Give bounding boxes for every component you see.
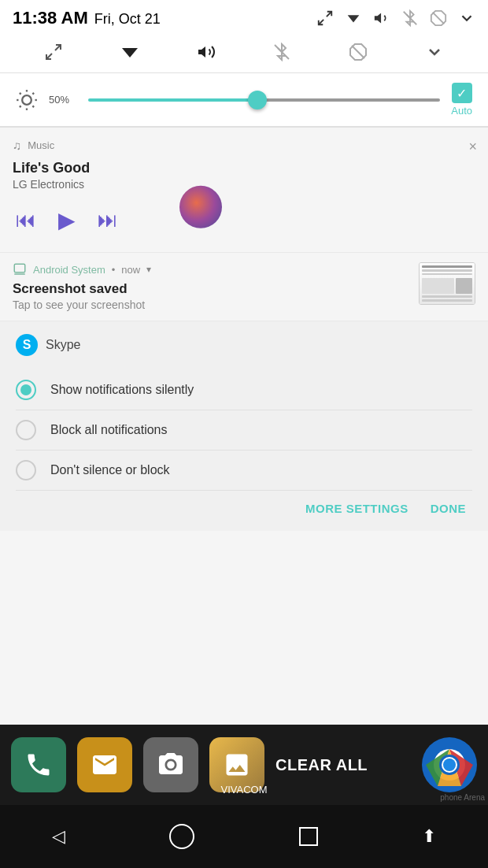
- svg-line-11: [352, 46, 364, 58]
- block-icon: [430, 9, 447, 27]
- camera-app-icon[interactable]: [143, 737, 198, 792]
- brightness-slider[interactable]: [88, 92, 440, 108]
- wifi-qs-icon[interactable]: [120, 43, 139, 61]
- skype-header: S Skype: [16, 334, 472, 356]
- music-controls: ⏮ ▶ ⏭: [13, 198, 475, 241]
- auto-button[interactable]: ✓ Auto: [451, 83, 472, 117]
- skype-notification-panel: S Skype Show notifications silently Bloc…: [0, 321, 488, 531]
- radio-show-silently[interactable]: [16, 380, 36, 400]
- android-system-icon: [13, 262, 27, 276]
- wifi-icon: [345, 9, 362, 27]
- svg-marker-8: [122, 48, 138, 57]
- screenshot-thumbnail: [419, 262, 475, 305]
- quick-settings-row: [0, 33, 488, 73]
- share-button[interactable]: ⬆: [422, 826, 436, 847]
- screenshot-title: Screenshot saved: [13, 281, 419, 297]
- svg-point-12: [22, 95, 31, 105]
- option-dont-silence[interactable]: Don't silence or block: [16, 451, 472, 491]
- option-dont-silence-label: Don't silence or block: [50, 463, 170, 477]
- brightness-icon: [16, 89, 38, 111]
- screenshot-dot: •: [112, 264, 116, 276]
- clear-all-label[interactable]: CLEAR ALL: [275, 756, 411, 774]
- svg-line-5: [433, 13, 445, 24]
- status-date: Fri, Oct 21: [94, 11, 161, 28]
- volume-icon: [373, 9, 390, 27]
- radio-block-all[interactable]: [16, 420, 36, 440]
- status-icons: [316, 9, 475, 27]
- svg-line-15: [20, 92, 21, 94]
- status-time: 11:38 AM: [13, 8, 88, 28]
- back-button[interactable]: ◁: [52, 826, 65, 847]
- status-bar: 11:38 AM Fri, Oct 21: [0, 0, 488, 33]
- screenshot-content: Android System • now ▾ Screenshot saved …: [13, 262, 419, 311]
- auto-label: Auto: [451, 105, 472, 117]
- svg-line-6: [55, 45, 61, 50]
- nav-bar: ◁ ⬆: [0, 805, 488, 868]
- music-notification: ♫ Music × Life's Good LG Electronics ⏮ ▶…: [0, 128, 488, 253]
- svg-line-19: [20, 106, 21, 107]
- home-button[interactable]: [169, 824, 194, 849]
- music-close-button[interactable]: ×: [468, 139, 477, 155]
- next-track-button[interactable]: ⏭: [98, 208, 118, 232]
- option-show-silently[interactable]: Show notifications silently: [16, 370, 472, 410]
- screenshot-notification[interactable]: Android System • now ▾ Screenshot saved …: [0, 253, 488, 321]
- skype-actions: MORE SETTINGS DONE: [16, 491, 472, 518]
- prev-track-button[interactable]: ⏮: [16, 208, 36, 232]
- music-app-name: Music: [28, 139, 54, 151]
- expand-icon: [316, 9, 334, 27]
- more-settings-button[interactable]: MORE SETTINGS: [305, 502, 409, 515]
- svg-line-20: [32, 92, 34, 94]
- expand-qs-icon[interactable]: [44, 43, 63, 61]
- screenshot-body: Tap to see your screenshot: [13, 299, 419, 311]
- notif-music-header: ♫ Music: [13, 139, 475, 152]
- done-button[interactable]: DONE: [431, 502, 466, 515]
- skype-logo-icon: S: [16, 334, 38, 356]
- screenshot-time: now: [121, 264, 140, 276]
- watermark: phone Arena: [440, 793, 485, 802]
- screenshot-header: Android System • now ▾: [13, 262, 419, 276]
- svg-line-0: [327, 12, 331, 17]
- volume-qs-icon[interactable]: [197, 43, 216, 61]
- svg-marker-2: [348, 15, 360, 22]
- more-qs-icon[interactable]: [425, 43, 444, 61]
- brightness-value: 50%: [49, 94, 77, 106]
- auto-checkbox[interactable]: ✓: [452, 83, 472, 103]
- screenshot-app-name: Android System: [33, 264, 105, 276]
- vivacom-label: VIVACOM: [221, 784, 268, 796]
- brightness-row: 50% ✓ Auto: [0, 73, 488, 128]
- screenshot-dropdown-icon[interactable]: ▾: [146, 264, 151, 275]
- chrome-app-icon[interactable]: [422, 737, 477, 792]
- block-qs-icon[interactable]: [349, 43, 368, 61]
- option-block-all[interactable]: Block all notifications: [16, 410, 472, 451]
- music-title: Life's Good: [13, 160, 475, 176]
- option-show-silently-label: Show notifications silently: [50, 383, 194, 397]
- recents-button[interactable]: [299, 827, 318, 846]
- phone-app-icon[interactable]: [11, 737, 66, 792]
- music-subtitle: LG Electronics: [13, 178, 475, 191]
- svg-rect-21: [14, 264, 25, 273]
- option-block-all-label: Block all notifications: [50, 423, 168, 437]
- slider-thumb[interactable]: [248, 91, 267, 109]
- play-button[interactable]: ▶: [58, 207, 76, 233]
- bluetooth-off-icon: [401, 9, 419, 27]
- svg-line-16: [32, 106, 34, 107]
- svg-line-1: [319, 20, 323, 24]
- bluetooth-qs-icon[interactable]: [272, 43, 291, 61]
- svg-point-27: [443, 759, 456, 771]
- skype-app-name: Skype: [46, 338, 80, 352]
- chevron-down-icon[interactable]: [458, 9, 475, 27]
- mail-app-icon[interactable]: [77, 737, 132, 792]
- album-art: [179, 186, 222, 228]
- radio-dont-silence[interactable]: [16, 460, 36, 480]
- svg-line-7: [46, 54, 52, 59]
- music-note-icon: ♫: [13, 139, 21, 152]
